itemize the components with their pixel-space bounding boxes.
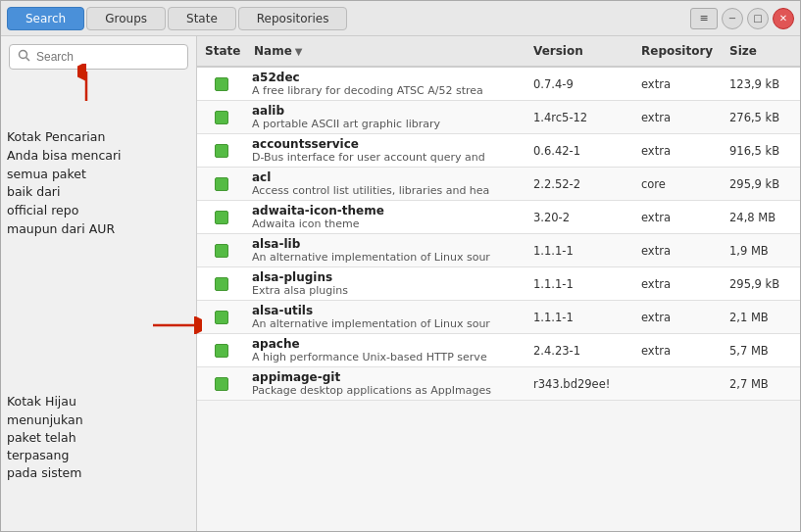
pkg-desc: A free library for decoding ATSC A/52 st… — [252, 84, 520, 97]
pkg-state-cell — [197, 311, 246, 324]
pkg-version: 2.4.23-1 — [526, 342, 633, 360]
pkg-size: 1,9 MB — [722, 242, 800, 260]
search-box[interactable] — [9, 44, 188, 70]
pkg-state-cell — [197, 77, 246, 91]
installed-indicator — [215, 77, 228, 91]
pkg-desc: An alternative implementation of Linux s… — [252, 251, 520, 264]
col-name-label: Name — [254, 44, 292, 58]
table-body: a52dec A free library for decoding ATSC … — [197, 68, 800, 531]
pkg-version: r343.bd29ee! — [526, 375, 633, 393]
pkg-desc: Access control list utilities, libraries… — [252, 184, 520, 197]
pkg-state-cell — [197, 377, 246, 391]
col-state: State — [197, 42, 246, 60]
pkg-size: 24,8 MB — [722, 209, 800, 226]
pkg-info-cell: apache A high performance Unix-based HTT… — [246, 334, 526, 366]
col-repo: Repository — [633, 42, 722, 60]
table-row[interactable]: acl Access control list utilities, libra… — [197, 168, 800, 201]
pkg-repo: extra — [633, 75, 722, 93]
package-area: State Name ▼ Version Repository Size a52… — [197, 36, 800, 531]
pkg-version: 1.1.1-1 — [526, 242, 633, 260]
pkg-size: 123,9 kB — [722, 75, 800, 93]
installed-indicator — [215, 177, 228, 191]
pkg-name: a52dec — [252, 71, 520, 84]
pkg-version: 3.20-2 — [526, 209, 633, 226]
pkg-version: 0.7.4-9 — [526, 75, 633, 93]
annotation-green: Kotak Hijau menunjukan paket telah terpa… — [7, 393, 188, 482]
col-size: Size — [722, 42, 800, 60]
pkg-info-cell: adwaita-icon-theme Adwaita icon theme — [246, 201, 526, 233]
table-row[interactable]: appimage-git Package desktop application… — [197, 367, 800, 401]
pkg-desc: Extra alsa plugins — [252, 284, 520, 297]
pkg-version: 1.1.1-1 — [526, 309, 633, 326]
installed-indicator — [215, 277, 228, 291]
pkg-desc: A high performance Unix-based HTTP serve — [252, 351, 520, 363]
pkg-version: 1.4rc5-12 — [526, 109, 633, 126]
table-header: State Name ▼ Version Repository Size — [197, 36, 800, 68]
close-button[interactable]: ✕ — [773, 8, 794, 29]
pkg-state-cell — [197, 144, 246, 158]
tab-groups[interactable]: Groups — [86, 7, 166, 30]
installed-indicator — [215, 244, 228, 258]
pkg-repo: extra — [633, 142, 722, 160]
pkg-version: 0.6.42-1 — [526, 142, 633, 160]
window-controls: ≡ − □ ✕ — [690, 8, 794, 29]
sort-icon: ▼ — [295, 46, 303, 57]
pkg-info-cell: acl Access control list utilities, libra… — [246, 168, 526, 200]
tab-state[interactable]: State — [168, 7, 236, 30]
pkg-repo: extra — [633, 209, 722, 226]
installed-indicator — [215, 211, 228, 224]
pkg-info-cell: accountsservice D-Bus interface for user… — [246, 134, 526, 167]
main-content: Kotak Pencarian Anda bisa mencari semua … — [1, 36, 800, 531]
pkg-desc: An alternative implementation of Linux s… — [252, 317, 520, 330]
table-row[interactable]: alsa-lib An alternative implementation o… — [197, 234, 800, 267]
svg-point-0 — [20, 51, 27, 59]
pkg-desc: Adwaita icon theme — [252, 218, 520, 230]
table-row[interactable]: apache A high performance Unix-based HTT… — [197, 334, 800, 367]
table-row[interactable]: a52dec A free library for decoding ATSC … — [197, 68, 800, 101]
pkg-repo: core — [633, 175, 722, 193]
pkg-size: 916,5 kB — [722, 142, 800, 160]
maximize-button[interactable]: □ — [747, 8, 769, 29]
pkg-repo: extra — [633, 309, 722, 326]
table-row[interactable]: aalib A portable ASCII art graphic libra… — [197, 101, 800, 134]
pkg-repo: extra — [633, 275, 722, 293]
pkg-info-cell: a52dec A free library for decoding ATSC … — [246, 68, 526, 100]
installed-indicator — [215, 111, 228, 124]
pkg-info-cell: alsa-utils An alternative implementation… — [246, 301, 526, 333]
search-input[interactable] — [36, 50, 179, 64]
pkg-size: 5,7 MB — [722, 342, 800, 360]
sidebar: Kotak Pencarian Anda bisa mencari semua … — [1, 36, 197, 531]
pkg-name: acl — [252, 170, 520, 184]
search-icon — [18, 49, 30, 65]
col-name[interactable]: Name ▼ — [246, 42, 526, 60]
minimize-button[interactable]: − — [722, 8, 743, 29]
table-row[interactable]: alsa-utils An alternative implementation… — [197, 301, 800, 334]
installed-indicator — [215, 377, 228, 391]
pkg-info-cell: alsa-plugins Extra alsa plugins — [246, 267, 526, 300]
pkg-name: alsa-utils — [252, 304, 520, 317]
installed-indicator — [215, 344, 228, 358]
table-row[interactable]: adwaita-icon-theme Adwaita icon theme 3.… — [197, 201, 800, 234]
pkg-repo — [633, 382, 722, 386]
pkg-state-cell — [197, 177, 246, 191]
pkg-name: adwaita-icon-theme — [252, 204, 520, 218]
pkg-info-cell: appimage-git Package desktop application… — [246, 367, 526, 400]
table-row[interactable]: alsa-plugins Extra alsa plugins 1.1.1-1 … — [197, 267, 800, 301]
menu-button[interactable]: ≡ — [690, 8, 718, 29]
tab-search[interactable]: Search — [7, 7, 84, 30]
pkg-repo: extra — [633, 342, 722, 360]
pkg-desc: Package desktop applications as AppImage… — [252, 384, 520, 397]
pkg-name: alsa-plugins — [252, 270, 520, 284]
pkg-name: aalib — [252, 104, 520, 118]
pkg-state-cell — [197, 211, 246, 224]
pkg-repo: extra — [633, 242, 722, 260]
arrow-green — [153, 316, 202, 337]
pkg-state-cell — [197, 111, 246, 124]
pkg-state-cell — [197, 244, 246, 258]
pkg-version: 1.1.1-1 — [526, 275, 633, 293]
pkg-name: apache — [252, 337, 520, 351]
tab-repositories[interactable]: Repositories — [238, 7, 348, 30]
pkg-size: 2,1 MB — [722, 309, 800, 326]
table-row[interactable]: accountsservice D-Bus interface for user… — [197, 134, 800, 168]
pkg-size: 295,9 kB — [722, 275, 800, 293]
